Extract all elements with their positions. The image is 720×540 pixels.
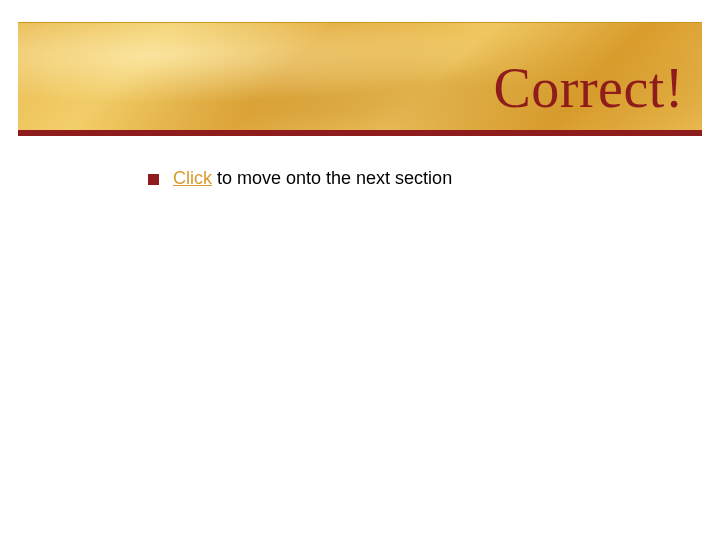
square-bullet-icon [148, 174, 159, 185]
bullet-text: Click to move onto the next section [173, 168, 452, 190]
slide-title: Correct! [493, 56, 684, 120]
header-underline [18, 130, 702, 136]
content-area: Click to move onto the next section [148, 168, 684, 190]
bullet-item: Click to move onto the next section [148, 168, 684, 190]
slide: Correct! Click to move onto the next sec… [0, 0, 720, 540]
next-section-link[interactable]: Click [173, 168, 212, 188]
bullet-rest-text: to move onto the next section [212, 168, 452, 188]
